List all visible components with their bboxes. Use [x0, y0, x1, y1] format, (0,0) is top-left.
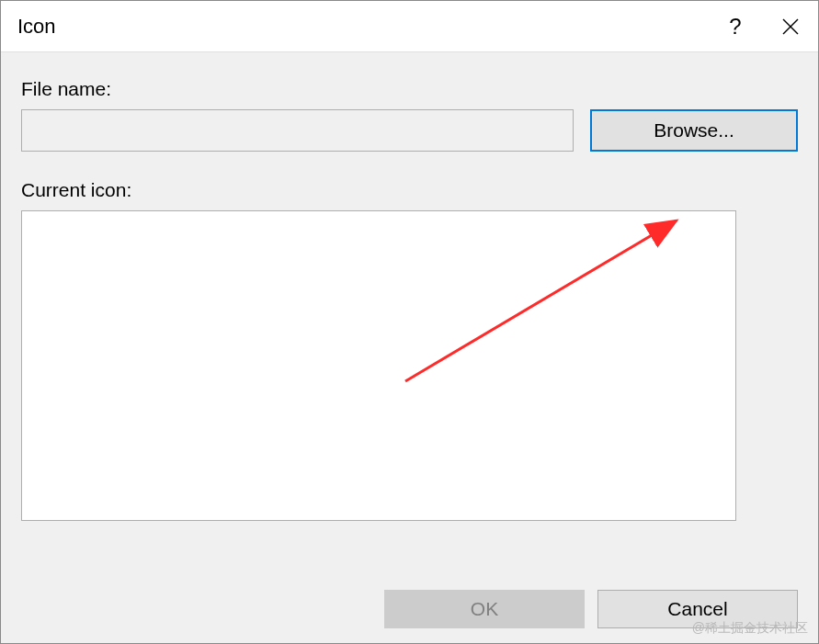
icon-dialog: Icon ? File name: Browse... Current icon… [0, 0, 819, 644]
dialog-content: File name: Browse... Current icon: [1, 52, 818, 574]
close-button[interactable] [763, 1, 818, 52]
current-icon-preview [21, 210, 736, 521]
ok-button[interactable]: OK [384, 590, 585, 628]
dialog-button-row: OK Cancel [1, 574, 818, 643]
help-button[interactable]: ? [708, 1, 763, 52]
current-icon-label: Current icon: [21, 179, 798, 201]
help-icon: ? [729, 14, 741, 40]
close-icon [782, 18, 799, 35]
dialog-title: Icon [17, 15, 708, 39]
file-name-label: File name: [21, 78, 798, 100]
cancel-button[interactable]: Cancel [597, 590, 798, 628]
file-name-input[interactable] [21, 109, 574, 152]
file-name-row: Browse... [21, 109, 798, 152]
browse-button[interactable]: Browse... [590, 109, 798, 152]
titlebar: Icon ? [1, 1, 818, 52]
